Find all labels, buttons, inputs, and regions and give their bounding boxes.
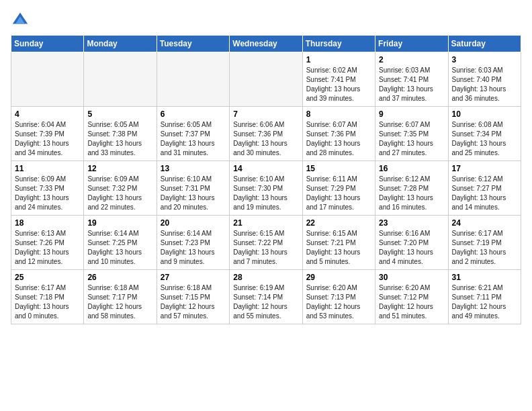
day-number: 15	[306, 164, 371, 173]
calendar-cell: 3Sunrise: 6:03 AM Sunset: 7:40 PM Daylig…	[448, 52, 521, 107]
day-info: Sunrise: 6:11 AM Sunset: 7:29 PM Dayligh…	[306, 175, 371, 212]
day-info: Sunrise: 6:20 AM Sunset: 7:12 PM Dayligh…	[379, 283, 444, 321]
day-info: Sunrise: 6:20 AM Sunset: 7:13 PM Dayligh…	[306, 283, 371, 321]
day-number: 3	[452, 55, 517, 64]
calendar-cell: 19Sunrise: 6:14 AM Sunset: 7:25 PM Dayli…	[84, 216, 157, 270]
day-number: 25	[15, 273, 80, 282]
calendar-cell: 13Sunrise: 6:10 AM Sunset: 7:31 PM Dayli…	[157, 161, 229, 216]
day-info: Sunrise: 6:14 AM Sunset: 7:23 PM Dayligh…	[161, 229, 226, 267]
calendar-cell: 22Sunrise: 6:15 AM Sunset: 7:21 PM Dayli…	[302, 216, 375, 270]
day-number: 7	[233, 109, 298, 119]
day-number: 17	[452, 164, 517, 173]
calendar-cell	[11, 52, 84, 107]
calendar-cell: 18Sunrise: 6:13 AM Sunset: 7:26 PM Dayli…	[11, 216, 84, 270]
calendar-cell: 6Sunrise: 6:05 AM Sunset: 7:37 PM Daylig…	[157, 107, 229, 161]
calendar-week-3: 18Sunrise: 6:13 AM Sunset: 7:26 PM Dayli…	[11, 216, 521, 270]
calendar-cell: 31Sunrise: 6:21 AM Sunset: 7:11 PM Dayli…	[448, 270, 521, 324]
day-info: Sunrise: 6:12 AM Sunset: 7:27 PM Dayligh…	[452, 175, 517, 212]
calendar-cell	[84, 52, 157, 107]
weekday-header-monday: Monday	[84, 36, 157, 52]
weekday-header-friday: Friday	[375, 36, 448, 52]
day-info: Sunrise: 6:21 AM Sunset: 7:11 PM Dayligh…	[452, 283, 517, 321]
calendar-cell: 16Sunrise: 6:12 AM Sunset: 7:28 PM Dayli…	[375, 161, 448, 216]
weekday-header-sunday: Sunday	[11, 36, 84, 52]
weekday-header-wednesday: Wednesday	[230, 36, 302, 52]
day-number: 11	[15, 164, 80, 173]
day-info: Sunrise: 6:15 AM Sunset: 7:22 PM Dayligh…	[233, 229, 298, 267]
day-number: 31	[452, 273, 517, 282]
calendar-cell: 8Sunrise: 6:07 AM Sunset: 7:36 PM Daylig…	[302, 107, 375, 161]
calendar-cell: 12Sunrise: 6:09 AM Sunset: 7:32 PM Dayli…	[84, 161, 157, 216]
calendar-cell	[157, 52, 229, 107]
day-number: 28	[233, 273, 298, 282]
weekday-header-thursday: Thursday	[302, 36, 375, 52]
day-number: 26	[87, 273, 152, 282]
day-number: 4	[15, 109, 80, 119]
day-info: Sunrise: 6:10 AM Sunset: 7:31 PM Dayligh…	[161, 175, 226, 212]
day-number: 21	[233, 218, 298, 228]
calendar-cell: 21Sunrise: 6:15 AM Sunset: 7:22 PM Dayli…	[230, 216, 302, 270]
page-header	[11, 11, 521, 30]
day-number: 22	[306, 218, 371, 228]
calendar-cell: 1Sunrise: 6:02 AM Sunset: 7:41 PM Daylig…	[302, 52, 375, 107]
day-number: 9	[379, 109, 444, 119]
logo-icon	[11, 11, 30, 30]
calendar-cell: 25Sunrise: 6:17 AM Sunset: 7:18 PM Dayli…	[11, 270, 84, 324]
day-number: 5	[87, 109, 152, 119]
calendar-cell: 26Sunrise: 6:18 AM Sunset: 7:17 PM Dayli…	[84, 270, 157, 324]
day-info: Sunrise: 6:09 AM Sunset: 7:33 PM Dayligh…	[15, 175, 80, 212]
day-info: Sunrise: 6:04 AM Sunset: 7:39 PM Dayligh…	[15, 120, 80, 158]
day-info: Sunrise: 6:12 AM Sunset: 7:28 PM Dayligh…	[379, 175, 444, 212]
day-number: 23	[379, 218, 444, 228]
calendar-body: 1Sunrise: 6:02 AM Sunset: 7:41 PM Daylig…	[11, 52, 521, 324]
calendar-cell: 20Sunrise: 6:14 AM Sunset: 7:23 PM Dayli…	[157, 216, 229, 270]
day-number: 13	[161, 164, 226, 173]
day-number: 24	[452, 218, 517, 228]
day-info: Sunrise: 6:03 AM Sunset: 7:41 PM Dayligh…	[379, 66, 444, 103]
calendar-cell: 5Sunrise: 6:05 AM Sunset: 7:38 PM Daylig…	[84, 107, 157, 161]
day-number: 16	[379, 164, 444, 173]
day-number: 18	[15, 218, 80, 228]
calendar-week-0: 1Sunrise: 6:02 AM Sunset: 7:41 PM Daylig…	[11, 52, 521, 107]
day-info: Sunrise: 6:03 AM Sunset: 7:40 PM Dayligh…	[452, 66, 517, 103]
calendar-table: SundayMondayTuesdayWednesdayThursdayFrid…	[11, 35, 521, 324]
day-info: Sunrise: 6:19 AM Sunset: 7:14 PM Dayligh…	[233, 283, 298, 321]
day-info: Sunrise: 6:07 AM Sunset: 7:35 PM Dayligh…	[379, 120, 444, 158]
calendar-cell: 7Sunrise: 6:06 AM Sunset: 7:36 PM Daylig…	[230, 107, 302, 161]
day-number: 6	[161, 109, 226, 119]
day-number: 8	[306, 109, 371, 119]
day-number: 29	[306, 273, 371, 282]
day-info: Sunrise: 6:16 AM Sunset: 7:20 PM Dayligh…	[379, 229, 444, 267]
day-info: Sunrise: 6:07 AM Sunset: 7:36 PM Dayligh…	[306, 120, 371, 158]
day-info: Sunrise: 6:10 AM Sunset: 7:30 PM Dayligh…	[233, 175, 298, 212]
weekday-header-saturday: Saturday	[448, 36, 521, 52]
day-info: Sunrise: 6:06 AM Sunset: 7:36 PM Dayligh…	[233, 120, 298, 158]
calendar-week-1: 4Sunrise: 6:04 AM Sunset: 7:39 PM Daylig…	[11, 107, 521, 161]
calendar-cell: 14Sunrise: 6:10 AM Sunset: 7:30 PM Dayli…	[230, 161, 302, 216]
day-number: 30	[379, 273, 444, 282]
day-info: Sunrise: 6:17 AM Sunset: 7:19 PM Dayligh…	[452, 229, 517, 267]
day-info: Sunrise: 6:18 AM Sunset: 7:15 PM Dayligh…	[161, 283, 226, 321]
day-info: Sunrise: 6:09 AM Sunset: 7:32 PM Dayligh…	[87, 175, 152, 212]
day-info: Sunrise: 6:08 AM Sunset: 7:34 PM Dayligh…	[452, 120, 517, 158]
calendar-cell: 30Sunrise: 6:20 AM Sunset: 7:12 PM Dayli…	[375, 270, 448, 324]
day-number: 2	[379, 55, 444, 64]
calendar-cell: 11Sunrise: 6:09 AM Sunset: 7:33 PM Dayli…	[11, 161, 84, 216]
day-info: Sunrise: 6:13 AM Sunset: 7:26 PM Dayligh…	[15, 229, 80, 267]
day-info: Sunrise: 6:02 AM Sunset: 7:41 PM Dayligh…	[306, 66, 371, 103]
calendar-cell: 29Sunrise: 6:20 AM Sunset: 7:13 PM Dayli…	[302, 270, 375, 324]
weekday-header-tuesday: Tuesday	[157, 36, 229, 52]
calendar-cell: 23Sunrise: 6:16 AM Sunset: 7:20 PM Dayli…	[375, 216, 448, 270]
day-number: 10	[452, 109, 517, 119]
calendar-cell: 10Sunrise: 6:08 AM Sunset: 7:34 PM Dayli…	[448, 107, 521, 161]
day-number: 20	[161, 218, 226, 228]
day-number: 27	[161, 273, 226, 282]
calendar-cell: 15Sunrise: 6:11 AM Sunset: 7:29 PM Dayli…	[302, 161, 375, 216]
logo	[11, 11, 32, 30]
calendar-header: SundayMondayTuesdayWednesdayThursdayFrid…	[11, 36, 521, 52]
day-number: 1	[306, 55, 371, 64]
calendar-cell: 9Sunrise: 6:07 AM Sunset: 7:35 PM Daylig…	[375, 107, 448, 161]
calendar-cell	[230, 52, 302, 107]
calendar-cell: 28Sunrise: 6:19 AM Sunset: 7:14 PM Dayli…	[230, 270, 302, 324]
day-info: Sunrise: 6:18 AM Sunset: 7:17 PM Dayligh…	[87, 283, 152, 321]
